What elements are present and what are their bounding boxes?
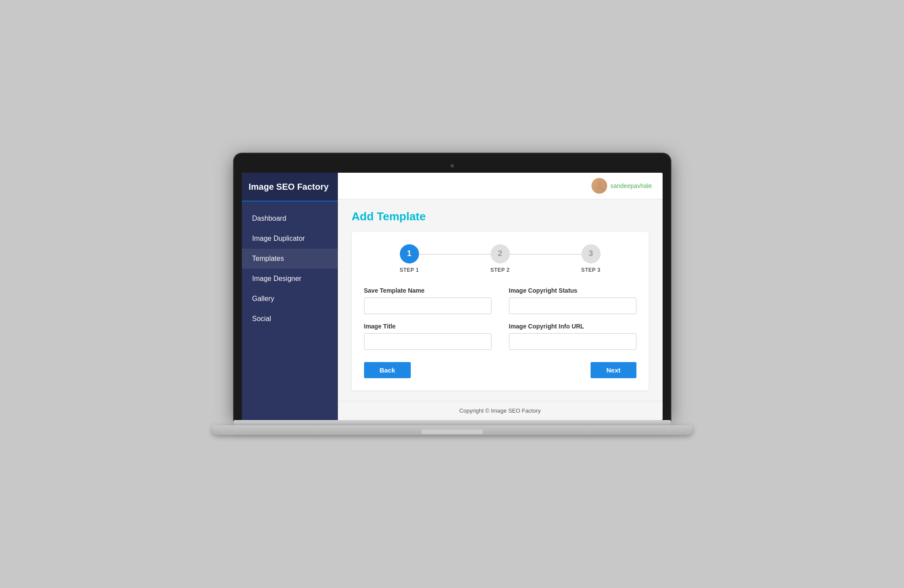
sidebar-logo: Image SEO Factory bbox=[242, 173, 338, 202]
form-group-template-name: Save Template Name bbox=[364, 287, 492, 314]
form-group-copyright-status: Image Copyright Status bbox=[509, 287, 636, 314]
form-grid: Save Template Name Image Copyright Statu… bbox=[364, 287, 636, 350]
form-group-image-title: Image Title bbox=[364, 323, 492, 350]
footer-copyright: Copyright © Image SEO Factory bbox=[459, 407, 541, 414]
step-1-item: 1 STEP 1 bbox=[364, 244, 455, 273]
main-content: sandeepavhale Add Template bbox=[338, 173, 663, 420]
input-template-name[interactable] bbox=[364, 297, 492, 314]
top-header: sandeepavhale bbox=[338, 173, 663, 199]
sidebar: Image SEO Factory Dashboard Image Duplic… bbox=[242, 173, 338, 420]
form-card: 1 STEP 1 2 bbox=[352, 232, 649, 390]
sidebar-item-gallery[interactable]: Gallery bbox=[242, 289, 338, 309]
screen-bezel: Image SEO Factory Dashboard Image Duplic… bbox=[234, 154, 670, 420]
user-info: sandeepavhale bbox=[591, 178, 652, 194]
steps-container: 1 STEP 1 2 bbox=[364, 244, 636, 273]
step-2-label: STEP 2 bbox=[490, 267, 509, 273]
footer: Copyright © Image SEO Factory bbox=[338, 401, 663, 420]
camera bbox=[242, 161, 663, 169]
page-content: Add Template 1 STEP 1 bbox=[338, 199, 663, 401]
sidebar-item-dashboard[interactable]: Dashboard bbox=[242, 209, 338, 229]
sidebar-nav: Dashboard Image Duplicator Templates Ima… bbox=[242, 202, 338, 336]
input-copyright-status[interactable] bbox=[509, 297, 636, 314]
step-1-label: STEP 1 bbox=[399, 267, 419, 273]
app-title: Image SEO Factory bbox=[249, 181, 331, 192]
step-2-number: 2 bbox=[498, 249, 502, 258]
camera-dot bbox=[450, 164, 454, 168]
sidebar-item-templates[interactable]: Templates bbox=[242, 249, 338, 269]
step-3-label: STEP 3 bbox=[581, 267, 600, 273]
username: sandeepavhale bbox=[611, 182, 652, 189]
sidebar-item-social[interactable]: Social bbox=[242, 309, 338, 329]
page-title: Add Template bbox=[352, 210, 649, 223]
label-copyright-url: Image Copyright Info URL bbox=[509, 323, 636, 330]
app-layout: Image SEO Factory Dashboard Image Duplic… bbox=[242, 173, 663, 420]
next-button[interactable]: Next bbox=[591, 362, 636, 378]
back-button[interactable]: Back bbox=[364, 362, 411, 378]
svg-point-0 bbox=[598, 182, 601, 186]
label-image-title: Image Title bbox=[364, 323, 492, 330]
step-1-circle: 1 bbox=[400, 244, 419, 263]
step-2-circle: 2 bbox=[491, 244, 510, 263]
label-copyright-status: Image Copyright Status bbox=[509, 287, 636, 294]
screen: Image SEO Factory Dashboard Image Duplic… bbox=[242, 173, 663, 420]
step-2-item: 2 STEP 2 bbox=[455, 244, 546, 273]
form-group-copyright-url: Image Copyright Info URL bbox=[509, 323, 636, 350]
step-1-number: 1 bbox=[407, 249, 411, 258]
laptop-wrapper: Image SEO Factory Dashboard Image Duplic… bbox=[234, 154, 670, 435]
input-image-title[interactable] bbox=[364, 333, 492, 350]
trackpad bbox=[422, 430, 483, 434]
avatar bbox=[591, 178, 607, 194]
step-3-number: 3 bbox=[588, 249, 593, 258]
step-3-item: 3 STEP 3 bbox=[546, 244, 636, 273]
step-3-circle: 3 bbox=[581, 244, 601, 263]
input-copyright-url[interactable] bbox=[509, 333, 636, 350]
label-template-name: Save Template Name bbox=[364, 287, 492, 294]
form-actions: Back Next bbox=[364, 362, 636, 378]
sidebar-item-image-duplicator[interactable]: Image Duplicator bbox=[242, 229, 338, 249]
sidebar-item-image-designer[interactable]: Image Designer bbox=[242, 269, 338, 289]
laptop-base bbox=[212, 425, 692, 435]
laptop-hinge bbox=[234, 420, 670, 425]
